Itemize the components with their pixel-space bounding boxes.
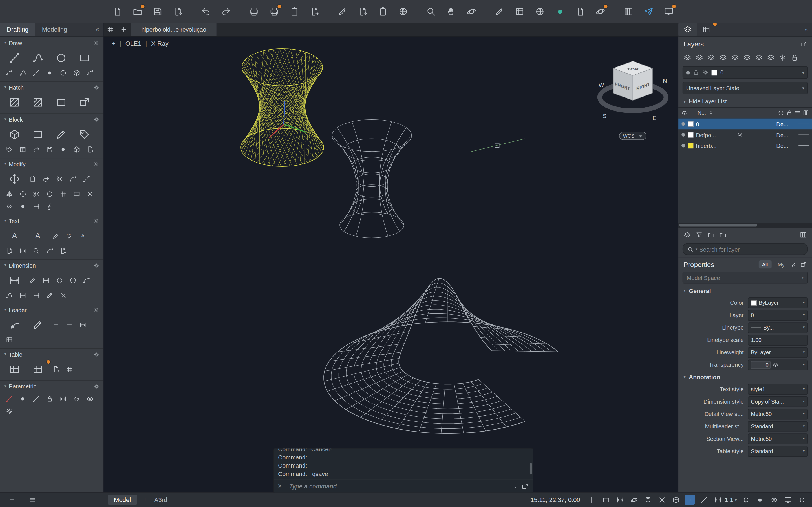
property-value-layer[interactable]: 0▾ xyxy=(748,309,808,321)
settings-icon[interactable] xyxy=(797,495,807,505)
tool-diameter-dimension[interactable] xyxy=(66,274,80,286)
tool-revision-cloud[interactable] xyxy=(84,67,97,79)
reference-manager-icon[interactable] xyxy=(574,5,586,17)
section-header-table[interactable]: ▾Table xyxy=(0,348,103,359)
panel-tab-xref[interactable] xyxy=(697,23,716,36)
page-setup-icon[interactable] xyxy=(288,5,300,17)
object-snap-icon[interactable] xyxy=(643,495,653,505)
tool-jogged-dimension[interactable] xyxy=(3,289,16,302)
layer-linetype[interactable]: De... xyxy=(776,131,796,138)
tool-auto-constrain[interactable] xyxy=(70,393,84,405)
tool-cell-styles[interactable] xyxy=(63,363,76,376)
tool-chamfer[interactable] xyxy=(80,173,93,185)
tool-break[interactable] xyxy=(30,188,43,200)
section-header-draw[interactable]: ▾Draw xyxy=(0,37,103,48)
property-value-dimension-style[interactable]: Copy of Sta...▾ xyxy=(748,396,808,407)
layer-fade-icon[interactable] xyxy=(790,52,800,62)
undock-icon[interactable] xyxy=(800,261,807,268)
layer-lineweight[interactable] xyxy=(799,124,809,124)
snap-mode-icon[interactable] xyxy=(601,495,611,505)
model-tab[interactable]: Model xyxy=(108,495,137,505)
section-header-modify[interactable]: ▾Modify xyxy=(0,158,103,169)
tool-manage-attributes[interactable] xyxy=(16,144,30,156)
tool-text-style[interactable] xyxy=(76,230,90,242)
markup-icon[interactable] xyxy=(493,5,506,17)
tool-radius-dimension[interactable] xyxy=(53,274,66,286)
section-settings-icon[interactable] xyxy=(93,161,100,167)
dynamic-input-icon[interactable] xyxy=(685,495,695,505)
dynamic-ucs-icon[interactable] xyxy=(671,495,681,505)
layer-linetype[interactable]: De... xyxy=(776,143,796,149)
tool-divide[interactable] xyxy=(16,200,30,213)
swept-surface[interactable] xyxy=(324,278,558,434)
panel-tab-layers[interactable] xyxy=(678,23,697,36)
layer-new-icon[interactable] xyxy=(695,52,704,62)
layer-columns-icon[interactable] xyxy=(800,231,807,238)
tool-explode[interactable] xyxy=(84,188,97,200)
tool-multileader[interactable] xyxy=(3,316,26,334)
tool-dimension-break[interactable] xyxy=(56,289,70,302)
tool-collect-leaders[interactable] xyxy=(3,334,16,346)
tool-multiline-text[interactable] xyxy=(3,227,26,244)
command-window-toggle-icon[interactable] xyxy=(522,483,529,490)
tool-write-block[interactable] xyxy=(43,144,56,156)
tool-polyline[interactable] xyxy=(26,49,49,66)
section-settings-icon[interactable] xyxy=(93,306,100,313)
tool-fillet[interactable] xyxy=(66,173,80,185)
tool-find-replace[interactable] xyxy=(30,245,43,257)
new-layer-icon[interactable] xyxy=(683,231,691,238)
layer-row[interactable]: 0De... xyxy=(678,119,812,129)
section-header-leader[interactable]: ▾Leader xyxy=(0,304,103,315)
tool-export-table[interactable] xyxy=(49,363,63,376)
layer-row[interactable]: hiperb...De... xyxy=(678,140,812,151)
layer-off-icon[interactable] xyxy=(706,52,716,62)
tool-table-from-data[interactable] xyxy=(26,360,49,378)
viewport-view-button[interactable]: OLE1 xyxy=(125,40,141,47)
section-settings-icon[interactable] xyxy=(93,217,100,224)
palette-add-icon[interactable] xyxy=(8,496,15,503)
tool-export-block[interactable] xyxy=(84,144,97,156)
tool-replace-block[interactable] xyxy=(70,144,84,156)
tool-define-attribute[interactable] xyxy=(3,144,16,156)
orbit-icon[interactable] xyxy=(465,5,477,17)
layer-freeze-icon[interactable] xyxy=(718,52,728,62)
properties-section-general[interactable]: ▾General xyxy=(678,284,812,296)
property-value-transparency[interactable]: 0▾ xyxy=(748,359,808,371)
markup-import-icon[interactable] xyxy=(336,5,349,17)
layer-isolate-icon[interactable] xyxy=(742,52,752,62)
hyperboloid-gray[interactable] xyxy=(332,120,412,238)
hide-layer-list-toggle[interactable]: ▾ Hide Layer List xyxy=(678,96,812,107)
palette-tab-modeling[interactable]: Modeling xyxy=(35,23,74,36)
redo-icon[interactable] xyxy=(220,5,232,17)
layer-on-icon[interactable] xyxy=(681,122,685,126)
layer-list-header[interactable]: N... xyxy=(678,108,812,119)
graphics-performance-icon[interactable] xyxy=(782,495,793,505)
tool-spell-check[interactable] xyxy=(63,230,76,242)
remove-layer-icon[interactable] xyxy=(788,231,796,238)
layer-row[interactable]: Defpo...De... xyxy=(678,129,812,140)
tool-rectangle[interactable] xyxy=(72,49,96,66)
tool-justify-text[interactable] xyxy=(16,245,30,257)
property-value-linetype[interactable]: By...▾ xyxy=(748,322,808,333)
panel-overflow-button[interactable]: » xyxy=(801,23,812,36)
drawing-canvas[interactable]: WSENTOPFRONTRIGHTWCS xyxy=(103,36,678,493)
layer-linetype[interactable]: De... xyxy=(776,121,796,127)
viewport-menu-button[interactable]: + xyxy=(112,40,116,47)
quick-select-icon[interactable] xyxy=(791,261,798,268)
auto-annotation-scale-icon[interactable] xyxy=(755,495,765,505)
new-file-icon[interactable] xyxy=(111,5,123,17)
materials-icon[interactable] xyxy=(553,5,566,17)
tool-point[interactable] xyxy=(43,67,56,79)
tool-gradient-hatch[interactable] xyxy=(26,94,49,111)
tool-align-leaders[interactable] xyxy=(76,319,90,331)
name-column-header[interactable]: N... xyxy=(698,110,706,116)
layer-merge-icon[interactable] xyxy=(766,52,776,62)
insert-ole-icon[interactable] xyxy=(376,5,389,17)
filter-all-button[interactable]: All xyxy=(758,260,771,269)
tool-hatch[interactable] xyxy=(3,94,26,111)
section-header-text[interactable]: ▾Text xyxy=(0,215,103,226)
tool-angular-dimension[interactable] xyxy=(80,274,93,286)
tool-array[interactable] xyxy=(56,188,70,200)
tool-set-base-point[interactable] xyxy=(56,144,70,156)
section-header-dimension[interactable]: ▾Dimension xyxy=(0,259,103,270)
